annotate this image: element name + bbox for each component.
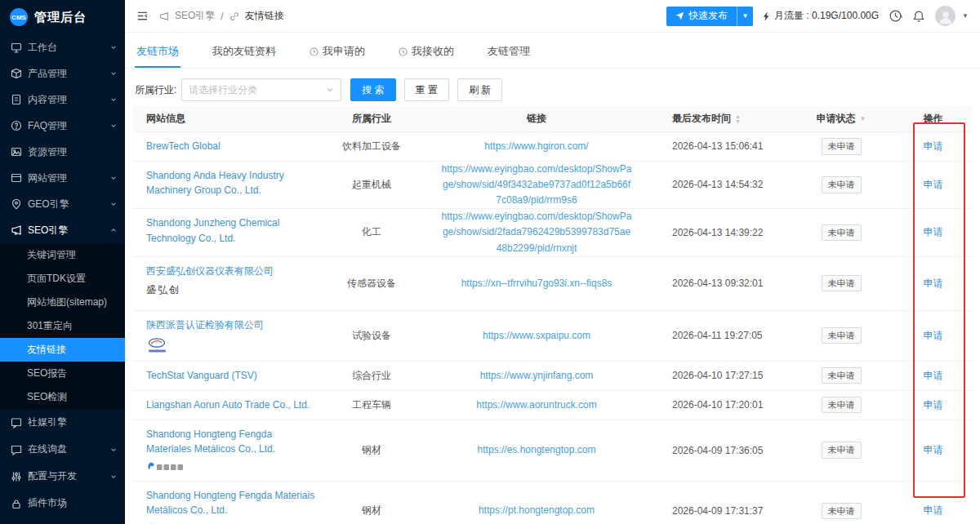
sidebar-item-workbench[interactable]: 工作台	[0, 34, 125, 60]
subitem-label: SEO检测	[27, 390, 67, 404]
chevron-down-icon	[110, 473, 117, 480]
tab-link-market[interactable]: 友链市场	[135, 44, 180, 68]
quick-publish-button[interactable]: 快速发布 ▼	[666, 7, 753, 26]
site-url-link[interactable]: https://es.hongtengtop.com	[478, 442, 596, 458]
site-name-link[interactable]: 陕西派普认证检验有限公司	[146, 318, 264, 333]
subitem-label: 页面TDK设置	[27, 272, 86, 286]
sidebar-item-online-inquiry[interactable]: 在线询盘	[0, 436, 125, 463]
publish-time: 2026-04-13 14:54:32	[672, 179, 763, 190]
site-url-link[interactable]: https://www.eyingbao.com/desktop/ShowPag…	[440, 162, 633, 209]
sidebar-item-social-engine[interactable]: 社媒引擎	[0, 409, 125, 436]
sidebar-subitem-keywords[interactable]: 关键词管理	[0, 243, 125, 267]
site-url-link[interactable]: https://www.sxpaipu.com	[483, 328, 590, 344]
table-row: Shandong Hongteng Fengda Materiais Metál…	[133, 482, 972, 524]
subitem-label: 网站地图(sitemap)	[27, 295, 107, 309]
app-logo: CMS 管理后台	[0, 0, 125, 34]
clock-icon	[310, 47, 318, 56]
table-row: Shandong Anda Heavy Industry Machinery G…	[133, 162, 972, 210]
sidebar-item-geo-engine[interactable]: GEO引擎	[0, 191, 125, 217]
breadcrumb-section[interactable]: SEO引擎	[175, 9, 215, 23]
status-badge: 未申请	[822, 397, 862, 414]
sidebar-subitem-page-tdk[interactable]: 页面TDK设置	[0, 267, 125, 291]
site-url-link[interactable]: https://www.hgiron.com/	[484, 139, 588, 154]
sidebar-item-config-dev[interactable]: 配置与开发	[0, 463, 125, 490]
site-url-link[interactable]: https://www.eyingbao.com/desktop/ShowPag…	[440, 209, 633, 256]
lightning-icon	[763, 11, 771, 21]
traffic-label: 月流量 : 0.19G/100.00G	[774, 9, 879, 23]
sidebar-subitem-friend-links[interactable]: 友情链接	[0, 338, 125, 362]
sidebar-item-label: 资源管理	[28, 145, 117, 159]
main-content: SEO引擎 / 友情链接 快速发布 ▼ 月流量 : 0.19G/100.00G	[125, 0, 980, 524]
menu-fold-icon[interactable]	[136, 10, 149, 22]
apply-button[interactable]: 申请	[924, 140, 943, 153]
breadcrumb-separator: /	[220, 11, 223, 22]
sidebar-subitem-seo-report[interactable]: SEO报告	[0, 362, 125, 385]
site-name-link[interactable]: TechStat Vanguard (TSV)	[146, 368, 257, 384]
apply-button[interactable]: 申请	[924, 504, 943, 517]
site-name-link[interactable]: BrewTech Global	[146, 139, 220, 154]
industry-select[interactable]: 请选择行业分类	[181, 78, 341, 101]
sidebar-subitem-sitemap[interactable]: 网站地图(sitemap)	[0, 291, 125, 314]
refresh-button[interactable]: 刷 新	[457, 78, 502, 101]
site-url-link[interactable]: https://www.aoruntruck.com	[476, 397, 596, 413]
sidebar-item-label: 内容管理	[28, 93, 105, 107]
apply-button[interactable]: 申请	[924, 277, 943, 291]
filter-bar: 所属行业: 请选择行业分类 搜 索 重 置 刷 新	[135, 78, 970, 101]
reset-button[interactable]: 重 置	[404, 78, 449, 101]
user-avatar[interactable]	[935, 6, 956, 26]
tab-my-applications[interactable]: 我申请的	[308, 44, 367, 68]
apply-button[interactable]: 申请	[924, 369, 943, 383]
tab-link-management[interactable]: 友链管理	[486, 44, 532, 68]
site-name-link[interactable]: Shandong Junzheng Chemical Technology Co…	[146, 215, 318, 246]
tab-label: 友链管理	[488, 44, 530, 59]
sidebar-subitem-301-redirect[interactable]: 301重定向	[0, 314, 125, 338]
sidebar-item-content[interactable]: 内容管理	[0, 87, 125, 113]
tab-received[interactable]: 我接收的	[397, 44, 456, 68]
sidebar-item-website[interactable]: 网站管理	[0, 165, 125, 191]
sidebar-item-seo-engine[interactable]: SEO引擎	[0, 217, 125, 243]
tab-my-link-profile[interactable]: 我的友链资料	[211, 44, 278, 68]
industry-cell: 钢材	[362, 443, 381, 457]
quick-publish-dropdown[interactable]: ▼	[737, 7, 753, 26]
sidebar-item-label: 产品管理	[28, 67, 105, 81]
search-button[interactable]: 搜 索	[350, 78, 395, 101]
sort-carets-icon[interactable]: ▲▼	[735, 114, 741, 123]
site-url-link[interactable]: https://pt.hongtengtop.com	[479, 503, 595, 518]
sidebar-item-label: 社媒引擎	[28, 415, 117, 429]
chevron-down-icon	[110, 201, 117, 207]
site-name-link[interactable]: 西安盛弘创仪器仪表有限公司	[146, 264, 274, 279]
publish-time: 2026-04-10 17:20:01	[672, 399, 763, 411]
site-name-link[interactable]: Shandong Anda Heavy Industry Machinery G…	[146, 168, 318, 198]
quick-publish-label: 快速发布	[688, 9, 728, 23]
site-name-link[interactable]: Shandong Hongteng Fengda Materiais Metál…	[146, 488, 318, 518]
apply-button[interactable]: 申请	[924, 398, 943, 412]
chevron-down-icon	[110, 122, 117, 129]
history-clock-icon[interactable]	[889, 9, 902, 23]
sidebar-subitem-seo-check[interactable]: SEO检测	[0, 385, 125, 409]
col-actions: 操作	[894, 106, 972, 131]
apply-button[interactable]: 申请	[924, 329, 943, 343]
apply-button[interactable]: 申请	[924, 225, 943, 239]
chevron-down-icon[interactable]: ▼	[962, 12, 969, 20]
table-header: 网站信息 所属行业 链接 最后发布时间 ▲▼ 申请状态 ▼ 操作	[133, 106, 972, 132]
status-badge: 未申请	[822, 327, 862, 344]
apply-button[interactable]: 申请	[924, 443, 943, 457]
apply-button[interactable]: 申请	[924, 178, 943, 192]
site-name-link[interactable]: Shandong Hongteng Fengda Materiales Metá…	[146, 427, 318, 457]
industry-cell: 传感器设备	[347, 277, 396, 291]
site-name-link[interactable]: Liangshan Aorun Auto Trade Co., Ltd.	[146, 397, 310, 413]
status-badge: 未申请	[822, 224, 862, 242]
site-url-link[interactable]: https://xn--tfrrvihu7go93i.xn--fiqs8s	[461, 276, 612, 291]
sidebar-item-resource[interactable]: 资源管理	[0, 139, 125, 165]
sidebar-item-plugin-market[interactable]: 插件市场	[0, 490, 125, 517]
clock-icon	[399, 47, 408, 56]
cms-logo-icon: CMS	[10, 8, 28, 26]
sidebar-item-product[interactable]: 产品管理	[0, 60, 125, 87]
industry-cell: 起重机械	[352, 178, 391, 192]
site-url-link[interactable]: https://www.ynjinfang.com	[480, 368, 594, 384]
chevron-down-icon	[110, 96, 117, 103]
filter-caret-icon[interactable]: ▼	[860, 115, 866, 122]
bell-icon[interactable]	[912, 10, 925, 23]
app-title: 管理后台	[34, 10, 87, 25]
sidebar-item-faq[interactable]: FAQ管理	[0, 113, 125, 139]
